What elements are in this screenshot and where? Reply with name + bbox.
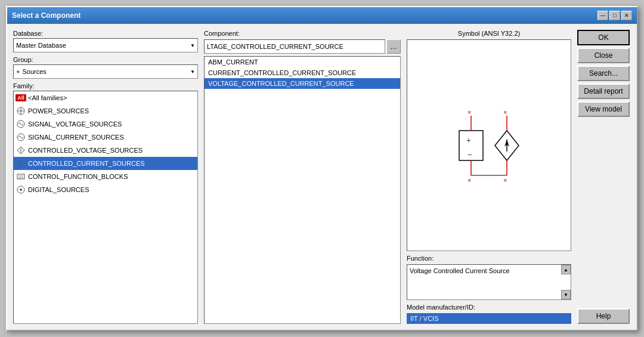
maximize-button[interactable]: □: [609, 11, 620, 20]
family-item-power[interactable]: POWER_SOURCES: [14, 104, 197, 118]
family-item-ctrl_v[interactable]: CONTROLLED_VOLTAGE_SOURCES: [14, 144, 197, 157]
svg-text:×: ×: [503, 109, 507, 116]
group-expand-icon: +: [16, 68, 20, 75]
symbol-box: + − × ×: [407, 39, 571, 251]
model-label: Model manufacturer/ID:: [407, 304, 571, 311]
function-area: Function: Voltage Controlled Current Sou…: [407, 255, 571, 300]
family-item-label-ctrl_c: CONTROLLED_CURRENT_SOURCES: [28, 160, 145, 167]
close-button[interactable]: ✕: [621, 11, 632, 20]
select-component-dialog: Select a Component — □ ✕ Database: Maste…: [6, 6, 638, 331]
svg-point-13: [20, 188, 22, 191]
database-dropdown-arrow: ▼: [190, 43, 195, 48]
function-value: Voltage Controlled Current Source: [410, 267, 510, 274]
family-item-label-ctrl_fn: CONTROL_FUNCTION_BLOCKS: [28, 173, 128, 180]
family-icon-digital: [16, 185, 26, 194]
family-item-label-all: <All families>: [28, 94, 67, 101]
right-panel: Symbol (ANSI Y32.2) + − × ×: [407, 30, 571, 324]
component-item-cccs[interactable]: CURRENT_CONTROLLED_CURRENT_SOURCE: [205, 67, 400, 78]
family-item-signal_c[interactable]: SIGNAL_CURRENT_SOURCES: [14, 131, 197, 144]
model-area: Model manufacturer/ID: IIT / VCIS: [407, 304, 571, 324]
family-item-label-ctrl_v: CONTROLLED_VOLTAGE_SOURCES: [28, 147, 143, 154]
search-button[interactable]: Search...: [577, 66, 630, 81]
close-button-main[interactable]: Close: [577, 48, 630, 63]
svg-marker-8: [20, 162, 22, 165]
dialog-body: Database: Master Database ▼ Group: + Sou…: [7, 24, 637, 330]
buttons-panel: OK Close Search... Detail report View mo…: [577, 30, 631, 324]
database-label: Database:: [13, 30, 198, 37]
group-dropdown[interactable]: + Sources ▼: [13, 64, 198, 79]
detail-report-button[interactable]: Detail report: [577, 84, 630, 99]
svg-text:−: −: [467, 150, 472, 159]
symbol-svg: + − × ×: [441, 98, 537, 193]
svg-text:×: ×: [467, 109, 471, 116]
model-value[interactable]: IIT / VCIS: [407, 313, 571, 324]
help-button[interactable]: Help: [577, 308, 630, 324]
view-model-button[interactable]: View model: [577, 101, 630, 117]
left-panel: Database: Master Database ▼ Group: + Sou…: [13, 30, 198, 324]
ok-button[interactable]: OK: [577, 30, 630, 45]
family-icon-signal_c: [16, 132, 26, 142]
component-list[interactable]: ABM_CURRENTCURRENT_CONTROLLED_CURRENT_SO…: [204, 56, 401, 324]
symbol-area: Symbol (ANSI Y32.2) + − × ×: [407, 30, 571, 251]
database-section: Database: Master Database ▼: [13, 30, 198, 52]
component-search-row: …: [204, 39, 401, 54]
function-box: Voltage Controlled Current Source ▲ ▼: [407, 264, 571, 300]
symbol-title: Symbol (ANSI Y32.2): [407, 30, 571, 37]
family-item-label-digital: DIGITAL_SOURCES: [28, 186, 89, 193]
function-scroll-down[interactable]: ▼: [561, 290, 571, 299]
family-icon-ctrl_fn: [16, 172, 26, 181]
component-label: Component:: [204, 30, 401, 37]
family-item-ctrl_fn[interactable]: CONTROL_FUNCTION_BLOCKS: [14, 170, 197, 183]
title-bar-controls: — □ ✕: [597, 11, 632, 20]
family-item-digital[interactable]: DIGITAL_SOURCES: [14, 183, 197, 196]
family-item-label-signal_c: SIGNAL_CURRENT_SOURCES: [28, 134, 124, 141]
middle-panel: Component: … ABM_CURRENTCURRENT_CONTROLL…: [204, 30, 401, 324]
family-item-ctrl_c[interactable]: CONTROLLED_CURRENT_SOURCES: [14, 157, 197, 170]
svg-text:×: ×: [503, 177, 507, 184]
family-icon-ctrl_c: [16, 159, 26, 168]
svg-text:+: +: [466, 136, 471, 145]
family-icon-signal_v: [16, 119, 26, 129]
title-bar: Select a Component — □ ✕: [7, 7, 637, 24]
family-list[interactable]: All<All families>POWER_SOURCESSIGNAL_VOL…: [13, 91, 198, 324]
function-label: Function:: [407, 255, 571, 262]
group-section: Group: + Sources ▼: [13, 56, 198, 79]
family-section: Family: All<All families>POWER_SOURCESSI…: [13, 82, 198, 324]
group-dropdown-arrow: ▼: [190, 69, 195, 75]
svg-text:×: ×: [467, 177, 471, 184]
group-label: Group:: [13, 56, 198, 63]
minimize-button[interactable]: —: [597, 11, 608, 20]
family-icon-all: All: [16, 93, 26, 103]
component-item-vccs[interactable]: VOLTAGE_CONTROLLED_CURRENT_SOURCE: [205, 78, 400, 89]
svg-rect-9: [17, 174, 24, 179]
family-icon-power: [16, 106, 26, 116]
family-icon-ctrl_v: [16, 146, 26, 155]
family-label: Family:: [13, 82, 198, 89]
family-item-label-signal_v: SIGNAL_VOLTAGE_SOURCES: [28, 120, 122, 128]
family-item-signal_v[interactable]: SIGNAL_VOLTAGE_SOURCES: [14, 118, 197, 131]
component-item-abm[interactable]: ABM_CURRENT: [205, 57, 400, 67]
dialog-title: Select a Component: [12, 11, 80, 20]
function-scroll-up[interactable]: ▲: [561, 265, 571, 274]
component-input[interactable]: [204, 39, 385, 54]
family-item-all[interactable]: All<All families>: [14, 91, 197, 104]
component-browse-button[interactable]: …: [386, 39, 401, 54]
database-dropdown[interactable]: Master Database ▼: [13, 38, 198, 52]
family-item-label-power: POWER_SOURCES: [28, 107, 89, 115]
